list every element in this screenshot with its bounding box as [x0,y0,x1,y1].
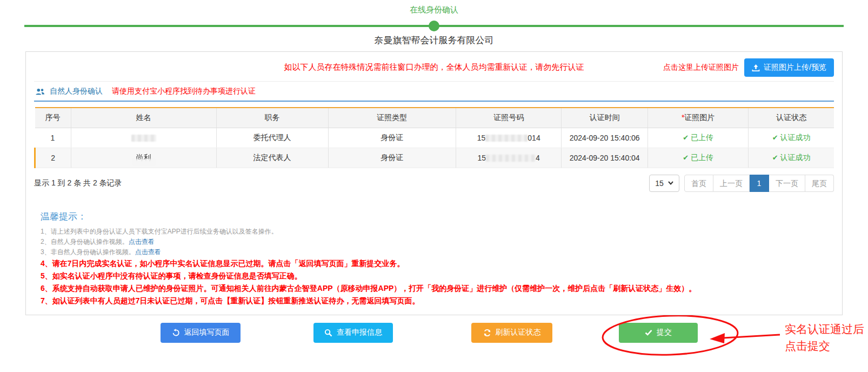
search-icon [324,329,332,337]
col-header-photo: *证照图片 [647,108,748,128]
tip-important-line: 7、如认证列表中有人员超过7日未认证已过期，可点击【重新认证】按钮重新推送认证待… [41,295,834,307]
personnel-table: 序号 姓名 职务 证照类型 证照号码 认证时间 *证照图片 认证状态 1 委托代… [34,107,834,168]
submit-button-label: 提交 [657,328,672,337]
upload-group: 点击这里上传证照图片 证照图片上传/预览 [658,58,834,77]
upload-photo-button[interactable]: 证照图片上传/预览 [744,58,834,77]
cell-cert-no: 15014 [456,128,562,148]
tips-section: 温馨提示： 1、请上述列表中的身份认证人员下载支付宝APP进行后续业务确认以及签… [34,210,834,307]
tip-line: 2、自然人身份确认操作视频。点击查看 [41,237,834,247]
chevron-down-icon [668,181,673,185]
cell-role: 委托代理人 [216,128,328,148]
company-name: 奈曼旗智帮会计服务有限公司 [0,34,868,46]
cell-cert-type: 身份证 [328,148,456,168]
masked-id-segment [485,135,528,142]
cell-name [71,128,216,148]
back-to-form-button[interactable]: 返回填写页面 [161,323,241,343]
refresh-auth-status-button[interactable]: 刷新认证状态 [471,323,552,343]
tip-video-link[interactable]: 点击查看 [135,248,161,256]
annotation-line-1: 实名认证通过后 [785,321,864,337]
step-title: 在线身份确认 [0,0,868,15]
panel-top-row: 如以下人员存在特殊情况需前往窗口办理的，全体人员均需重新认证，请勿先行认证 点击… [34,58,834,77]
tip-line: 3、非自然人身份确认操作视频。点击查看 [41,247,834,257]
table-footer: 显示 1 到 2 条 共 2 条记录 15 首页 上一页 1 下一页 尾页 [34,175,834,192]
cell-photo-status: ✔已上传 [647,128,748,148]
section-title: 自然人身份确认 [50,87,103,96]
cell-cert-type: 身份证 [328,128,456,148]
check-icon: ✔ [772,154,778,162]
pagination: 15 首页 上一页 1 下一页 尾页 [649,175,834,192]
masked-name [131,135,156,142]
cell-auth-status: ✔认证成功 [749,128,834,148]
progress-line [24,25,844,27]
refresh-icon [483,329,491,337]
table-header-row: 序号 姓名 职务 证照类型 证照号码 认证时间 *证照图片 认证状态 [35,108,834,128]
tip-important-line: 4、请在7日内完成实名认证，如小程序中实名认证信息显示已过期。请点击「返回填写页… [41,257,834,270]
pager-prev-button[interactable]: 上一页 [713,175,750,192]
cell-no: 2 [35,148,71,168]
cell-cert-no: 154 [456,148,562,168]
undo-icon [172,329,180,337]
tip-line: 1、请上述列表中的身份认证人员下载支付宝APP进行后续业务确认以及签名操作。 [41,227,834,237]
col-header-cert-type: 证照类型 [328,108,456,128]
refresh-button-label: 刷新认证状态 [496,328,541,337]
pager-page-1-button[interactable]: 1 [750,175,769,192]
pager-last-button[interactable]: 尾页 [805,175,834,192]
pager-first-button[interactable]: 首页 [684,175,713,192]
col-header-cert-no: 证照号码 [456,108,562,128]
masked-id-segment [486,155,536,162]
page-size-value: 15 [655,179,664,188]
annotation-line-2: 点击提交 [785,337,864,354]
annotation-arrowhead [710,333,725,343]
page-size-select[interactable]: 15 [649,175,679,192]
upload-button-label: 证照图片上传/预览 [764,63,826,72]
check-icon: ✔ [683,154,689,162]
section-subtitle: 请使用支付宝小程序找到待办事项进行认证 [112,87,256,96]
col-header-status: 认证状态 [749,108,834,128]
main-panel: 如以下人员存在特殊情况需前往窗口办理的，全体人员均需重新认证，请勿先行认证 点击… [25,51,843,315]
pager-next-button[interactable]: 下一页 [769,175,805,192]
annotation-arrow-icon [723,335,780,338]
check-icon: ✔ [683,134,689,142]
tip-important-line: 5、如实名认证小程序中没有待认证的事项，请检查身份证信息是否填写正确。 [41,270,834,282]
records-summary: 显示 1 到 2 条 共 2 条记录 [34,178,122,188]
upload-icon [752,64,760,72]
cell-name: 尚利 [71,148,216,168]
annotation-note: 实名认证通过后 点击提交 [785,321,864,354]
tip-video-link[interactable]: 点击查看 [129,238,155,245]
users-icon [35,88,45,96]
col-header-name: 姓名 [71,108,216,128]
footer-actions: 返回填写页面 查看申报信息 刷新认证状态 [0,315,868,372]
tips-heading: 温馨提示： [41,210,834,223]
upload-hint-text: 点击这里上传证照图片 [663,63,739,72]
col-header-auth-time: 认证时间 [562,108,648,128]
check-icon: ✔ [772,134,778,142]
view-declaration-button[interactable]: 查看申报信息 [313,323,393,343]
masked-name: 尚利 [136,153,151,163]
cell-role: 法定代表人 [216,148,328,168]
cell-auth-status: ✔认证成功 [749,148,834,168]
back-button-label: 返回填写页面 [184,328,230,337]
view-button-label: 查看申报信息 [337,328,382,337]
pager-buttons: 首页 上一页 1 下一页 尾页 [684,175,834,192]
cell-photo-status: ✔已上传 [647,148,748,168]
progress-step-dot [429,21,439,31]
submit-highlight-annotation [0,315,868,372]
cell-auth-time: 2024-09-20 15:40:04 [562,148,648,168]
tip-important-line: 6、系统支持自动获取申请人已维护的身份证照片。可通知相关人前往内蒙古企智登APP… [41,282,834,295]
cell-auth-time: 2024-09-20 15:40:06 [562,128,648,148]
online-identity-confirmation-page: 在线身份确认 奈曼旗智帮会计服务有限公司 如以下人员存在特殊情况需前往窗口办理的… [0,0,868,372]
table-row[interactable]: 1 委托代理人 身份证 15014 2024-09-20 15:40:06 ✔已… [35,128,834,148]
submit-button[interactable]: 提交 [619,323,698,343]
cell-no: 1 [35,128,71,148]
col-header-role: 职务 [216,108,328,128]
section-header: 自然人身份确认 请使用支付宝小程序找到待办事项进行认证 [34,81,834,102]
col-header-no: 序号 [35,108,71,128]
check-icon [645,329,652,336]
table-row[interactable]: 2 尚利 法定代表人 身份证 154 2024-09-20 15:40:04 ✔… [35,148,834,168]
